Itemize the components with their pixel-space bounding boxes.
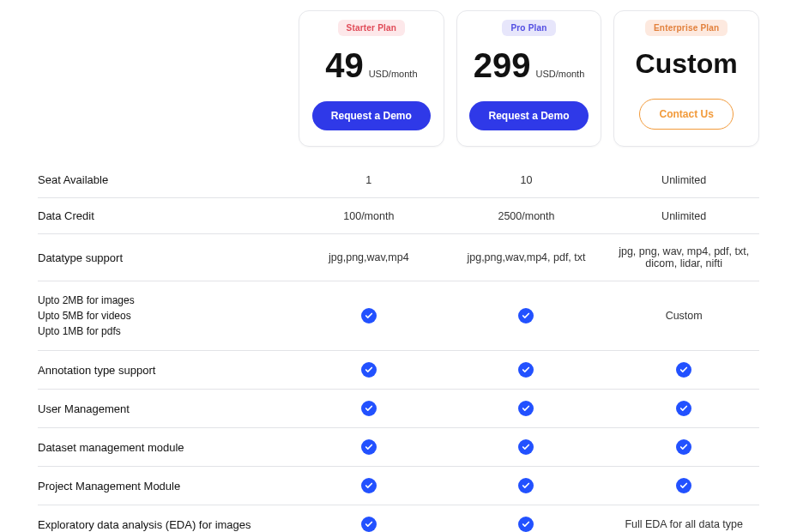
- feature-cell-enterprise: [608, 478, 759, 493]
- check-icon: [361, 478, 377, 493]
- feature-cell-enterprise: Unlimited: [608, 210, 759, 222]
- request-demo-starter-button[interactable]: Request a Demo: [312, 101, 431, 130]
- plan-card-pro: Pro Plan 299 USD/month Request a Demo: [456, 10, 602, 147]
- check-icon: [676, 362, 691, 378]
- feature-cell-enterprise: Unlimited: [608, 174, 759, 186]
- feature-cell-starter: [293, 308, 444, 323]
- feature-row: Seat Available110Unlimited: [38, 162, 759, 198]
- check-icon: [518, 401, 534, 416]
- check-icon: [676, 401, 691, 416]
- feature-label: Dataset management module: [38, 441, 287, 454]
- feature-cell-pro: [451, 439, 602, 455]
- check-icon: [361, 439, 377, 455]
- feature-cell-starter: [293, 517, 444, 532]
- feature-cell-pro: [451, 362, 602, 378]
- feature-row: Data Credit100/month2500/monthUnlimited: [38, 198, 759, 234]
- plan-price-pro: 299: [474, 48, 531, 82]
- plan-price-enterprise: Custom: [636, 48, 738, 80]
- feature-cell-enterprise: [608, 401, 759, 416]
- feature-cell-pro: [451, 401, 602, 416]
- plan-price-starter: 49: [325, 48, 364, 82]
- feature-label: Annotation type support: [38, 364, 287, 377]
- feature-cell-enterprise: [608, 439, 759, 455]
- feature-cell-starter: [293, 478, 444, 493]
- feature-cell-pro: [451, 517, 602, 532]
- feature-row: Datatype supportjpg,png,wav,mp4jpg,png,w…: [38, 234, 759, 281]
- check-icon: [518, 308, 534, 323]
- feature-cell-enterprise: Full EDA for all data type: [608, 518, 759, 530]
- feature-row: Annotation type support: [38, 351, 759, 390]
- feature-cell-enterprise: jpg, png, wav, mp4, pdf, txt, dicom, lid…: [608, 245, 759, 269]
- feature-label: Seat Available: [38, 173, 287, 186]
- feature-cell-enterprise: [608, 362, 759, 378]
- feature-cell-starter: jpg,png,wav,mp4: [293, 251, 444, 263]
- check-icon: [676, 478, 691, 493]
- feature-cell-enterprise: Custom: [608, 310, 759, 322]
- feature-label: Datatype support: [38, 251, 287, 264]
- feature-cell-starter: [293, 362, 444, 378]
- feature-cell-starter: 100/month: [293, 210, 444, 222]
- plan-card-starter: Starter Plan 49 USD/month Request a Demo: [299, 10, 444, 147]
- check-icon: [518, 362, 534, 378]
- check-icon: [361, 517, 377, 532]
- feature-cell-starter: [293, 401, 444, 416]
- check-icon: [361, 362, 377, 378]
- feature-cell-pro: [451, 308, 602, 323]
- check-icon: [518, 517, 534, 532]
- feature-cell-pro: 2500/month: [451, 210, 602, 222]
- plan-unit-pro: USD/month: [535, 69, 584, 79]
- feature-label: Project Management Module: [38, 480, 287, 493]
- check-icon: [361, 401, 377, 416]
- plan-badge-pro: Pro Plan: [502, 20, 555, 36]
- feature-row: Upto 2MB for imagesUpto 5MB for videosUp…: [38, 281, 759, 351]
- feature-label: Upto 2MB for imagesUpto 5MB for videosUp…: [38, 293, 287, 339]
- plan-badge-enterprise: Enterprise Plan: [645, 20, 728, 36]
- feature-row: Dataset management module: [38, 428, 759, 467]
- feature-row: User Management: [38, 390, 759, 428]
- plan-card-enterprise: Enterprise Plan Custom Contact Us: [613, 10, 759, 147]
- feature-cell-starter: [293, 439, 444, 455]
- feature-label: Exploratory data analysis (EDA) for imag…: [38, 518, 287, 531]
- request-demo-pro-button[interactable]: Request a Demo: [469, 101, 588, 130]
- plan-badge-starter: Starter Plan: [338, 20, 406, 36]
- feature-cell-pro: [451, 478, 602, 493]
- check-icon: [361, 308, 377, 323]
- feature-cell-pro: jpg,png,wav,mp4, pdf, txt: [451, 251, 602, 263]
- contact-us-button[interactable]: Contact Us: [639, 99, 733, 130]
- feature-row: Exploratory data analysis (EDA) for imag…: [38, 505, 759, 532]
- feature-cell-starter: 1: [293, 174, 444, 186]
- check-icon: [518, 478, 534, 493]
- check-icon: [676, 439, 691, 455]
- feature-cell-pro: 10: [451, 174, 602, 186]
- feature-row: Project Management Module: [38, 467, 759, 505]
- check-icon: [518, 439, 534, 455]
- feature-label: Data Credit: [38, 209, 287, 222]
- plan-unit-starter: USD/month: [369, 69, 418, 79]
- feature-label: User Management: [38, 402, 287, 415]
- feature-comparison-table: Seat Available110UnlimitedData Credit100…: [38, 162, 759, 532]
